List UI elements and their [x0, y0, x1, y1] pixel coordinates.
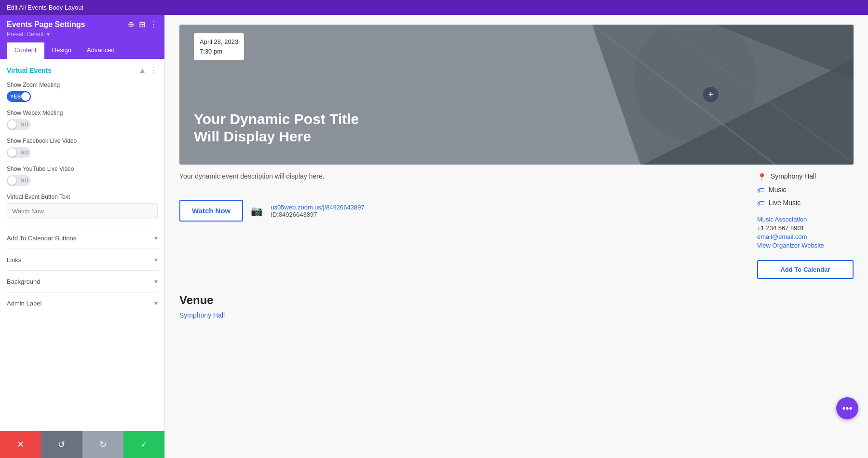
redo-button[interactable]: ↻	[82, 431, 123, 458]
admin-label-title: Admin Label	[7, 300, 41, 307]
tag-icon-1: 🏷	[757, 186, 765, 195]
hero-date-badge: April 28, 2023 7:30 pm	[194, 33, 244, 60]
toggle-no-label-youtube: NO	[21, 178, 29, 183]
show-youtube-field: Show YouTube Live Video NO	[7, 166, 158, 186]
show-facebook-label: Show Facebook Live Video	[7, 138, 158, 144]
main-layout: Events Page Settings ⊕ ⊞ ⋮ Preset: Defau…	[0, 15, 868, 458]
zoom-link[interactable]: us05web.zoom.us/j/84926643897	[271, 204, 364, 211]
tag-live-music-item: 🏷 Live Music	[757, 199, 854, 208]
top-bar-title: Edit All Events Body Layout	[7, 4, 83, 11]
save-button[interactable]: ✓	[123, 431, 164, 458]
sidebar-content: Virtual Events ▲ ⋮ Show Zoom Meeting YES	[0, 59, 164, 431]
more-icon[interactable]: ⋮	[150, 20, 158, 29]
tab-advanced[interactable]: Advanced	[79, 42, 122, 59]
chevron-down-icon-admin: ▾	[154, 299, 158, 307]
organizer-email[interactable]: email@email.com	[757, 233, 854, 240]
chevron-down-icon: ▾	[154, 234, 158, 242]
organizer-name[interactable]: Music Association	[757, 216, 854, 223]
sidebar-preset[interactable]: Preset: Default ▾	[7, 31, 158, 38]
button-text-input[interactable]	[7, 203, 158, 219]
toggle-knob-facebook	[8, 148, 16, 157]
section-controls: ▲ ⋮	[138, 66, 158, 75]
sidebar: Events Page Settings ⊕ ⊞ ⋮ Preset: Defau…	[0, 15, 165, 458]
event-layout: Your dynamic event description will disp…	[179, 172, 854, 279]
top-bar: Edit All Events Body Layout	[0, 0, 868, 15]
tag-music-text: Music	[769, 186, 787, 194]
show-youtube-label: Show YouTube Live Video	[7, 166, 158, 172]
zoom-info: us05web.zoom.us/j/84926643897 ID:8492664…	[271, 204, 364, 218]
tab-design[interactable]: Design	[44, 42, 79, 59]
toggle-knob	[21, 92, 30, 101]
fab-dots-icon: •••	[842, 403, 852, 414]
cancel-icon: ✕	[17, 439, 24, 450]
location-icon: 📍	[757, 173, 767, 182]
toggle-no-label-facebook: NO	[21, 150, 29, 155]
hero-title: Your Dynamic Post Title Will Display Her…	[194, 111, 387, 145]
show-zoom-toggle[interactable]: YES	[7, 91, 31, 102]
tab-content[interactable]: Content	[7, 42, 44, 59]
zoom-id: ID:84926643897	[271, 211, 317, 218]
bottom-toolbar: ✕ ↺ ↻ ✓	[0, 431, 164, 458]
links-header[interactable]: Links ▾	[7, 256, 158, 264]
watch-now-button[interactable]: Watch Now	[179, 200, 243, 222]
show-webex-field: Show Webex Meeting NO	[7, 110, 158, 130]
show-facebook-toggle[interactable]: NO	[7, 147, 31, 158]
show-zoom-label: Show Zoom Meeting	[7, 82, 158, 88]
event-main: Your dynamic event description will disp…	[179, 172, 743, 279]
button-text-field: Virtual Event Button Text	[7, 194, 158, 219]
background-title: Background	[7, 278, 40, 285]
sidebar-header: Events Page Settings ⊕ ⊞ ⋮ Preset: Defau…	[0, 15, 164, 59]
tag-live-music-text: Live Music	[769, 199, 800, 207]
save-icon: ✓	[140, 439, 148, 450]
show-webex-toggle[interactable]: NO	[7, 119, 31, 130]
show-zoom-field: Show Zoom Meeting YES	[7, 82, 158, 102]
virtual-events-section-header: Virtual Events ▲ ⋮	[7, 66, 158, 75]
background-header[interactable]: Background ▾	[7, 278, 158, 285]
tag-icon-2: 🏷	[757, 199, 765, 208]
columns-icon[interactable]: ⊞	[139, 20, 145, 29]
button-text-label: Virtual Event Button Text	[7, 194, 158, 200]
organizer-section: Music Association +1 234 567 8901 email@…	[757, 216, 854, 249]
chevron-down-icon-links: ▾	[154, 256, 158, 264]
sidebar-tabs: Content Design Advanced	[7, 42, 158, 59]
event-divider	[179, 190, 743, 190]
event-description: Your dynamic event description will disp…	[179, 172, 743, 180]
add-to-calendar-button[interactable]: Add To Calendar	[757, 260, 854, 279]
hero-plus-button[interactable]: +	[703, 87, 719, 102]
add-to-calendar-header[interactable]: Add To Calendar Buttons ▾	[7, 234, 158, 242]
organizer-phone: +1 234 567 8901	[757, 224, 854, 232]
undo-icon: ↺	[58, 439, 65, 450]
zoom-camera-icon: 📷	[251, 205, 263, 217]
show-webex-toggle-wrap: NO	[7, 119, 158, 130]
admin-label-header[interactable]: Admin Label ▾	[7, 299, 158, 307]
venue-name-link[interactable]: Symphony Hall	[179, 311, 225, 319]
undo-button[interactable]: ↺	[41, 431, 82, 458]
background-section: Background ▾	[7, 270, 158, 292]
sidebar-title: Events Page Settings	[7, 20, 85, 29]
hero-image: April 28, 2023 7:30 pm Your Dynamic Post…	[179, 25, 854, 165]
sidebar-title-icons: ⊕ ⊞ ⋮	[128, 20, 158, 29]
section-more-icon[interactable]: ⋮	[150, 66, 158, 75]
show-facebook-field: Show Facebook Live Video NO	[7, 138, 158, 158]
links-title: Links	[7, 256, 21, 264]
collapse-icon[interactable]: ▲	[138, 66, 146, 75]
show-zoom-toggle-wrap: YES	[7, 91, 158, 102]
focus-icon[interactable]: ⊕	[128, 20, 134, 29]
show-facebook-toggle-wrap: NO	[7, 147, 158, 158]
event-sidebar: 📍 Symphony Hall 🏷 Music 🏷 Live Music Mus…	[757, 172, 854, 279]
tag-music-item: 🏷 Music	[757, 186, 854, 195]
show-youtube-toggle[interactable]: NO	[7, 175, 31, 186]
watch-now-row: Watch Now 📷 us05web.zoom.us/j/8492664389…	[179, 200, 743, 222]
toggle-no-label-webex: NO	[21, 122, 29, 127]
venue-title: Venue	[179, 293, 854, 307]
hero-date: April 28, 2023	[200, 37, 238, 47]
redo-icon: ↻	[99, 439, 107, 450]
fab-button[interactable]: •••	[836, 397, 858, 419]
location-item: 📍 Symphony Hall	[757, 172, 854, 182]
toggle-yes-label: YES	[10, 94, 21, 99]
add-to-calendar-title: Add To Calendar Buttons	[7, 235, 76, 242]
toggle-knob-webex	[8, 120, 16, 129]
cancel-button[interactable]: ✕	[0, 431, 41, 458]
chevron-down-icon-background: ▾	[154, 278, 158, 285]
organizer-website[interactable]: View Organizer Website	[757, 242, 854, 249]
